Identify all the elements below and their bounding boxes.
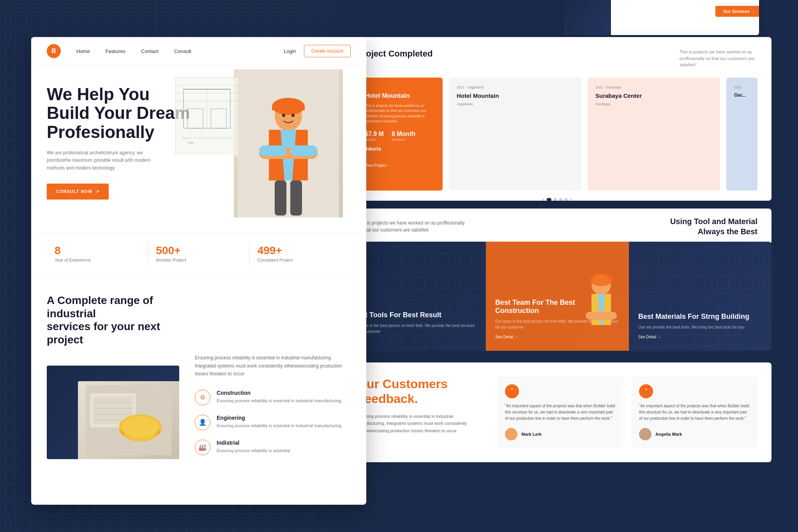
construction-icon: ⚙ [195, 390, 210, 405]
worker-svg [238, 69, 339, 217]
nav-consult[interactable]: Consult [174, 48, 191, 54]
blueprint-sketch: 7.00 [175, 77, 238, 155]
feedback-author-1: Mark Lerk [505, 428, 616, 440]
top-right-snippet: Our Services → [564, 0, 759, 35]
author-name-1: Mark Lerk [521, 432, 542, 437]
stat-completed-number: 499+ [258, 245, 343, 256]
feedback-section: Our Customers Feedback. Ensuring process… [343, 362, 772, 462]
service-industrial: 🏭 Indistrial Ensuring process reliabilit… [195, 440, 351, 455]
services-image-area [47, 354, 179, 464]
industrial-info: Indistrial Ensuring process reliability … [217, 440, 290, 454]
worker-in-card [574, 265, 629, 351]
feedback-card-1: " "An important aspect of the projects w… [497, 376, 623, 448]
hero-description: We are professional archeticterure agenc… [47, 149, 164, 172]
svg-rect-10 [275, 180, 286, 216]
feedback-left: Our Customers Feedback. Ensuring process… [357, 376, 482, 448]
snippet-image [564, 0, 611, 35]
nav-features[interactable]: Features [106, 48, 125, 54]
nav-links: Home Features Contact Consult [76, 48, 284, 54]
our-services-button[interactable]: Our Services → [715, 6, 759, 17]
engineering-title: Enginering [217, 415, 343, 421]
stat-experience-label: Year of Experience [55, 258, 140, 262]
stat-experience-number: 8 [55, 245, 140, 256]
engineering-info: Enginering Ensuring process reliability … [217, 415, 343, 429]
project-col-gray: 2021 - Jogjakarta Hotel Mountain Jogjaka… [449, 78, 581, 191]
logo[interactable]: B [47, 44, 61, 58]
project-budget: $7.9 M [365, 131, 384, 138]
dot-2[interactable] [554, 198, 557, 201]
cards-section: Best Tools For Best Result Our team is t… [343, 242, 772, 351]
stat-completed: 499+ Completed Project [250, 241, 351, 266]
project-header: Project Completed This is projects we ha… [357, 49, 757, 68]
services-title: A Complete range of industrial services … [47, 294, 187, 346]
services-description: Ensuring process reliability is essentia… [195, 354, 351, 378]
stat-projects: 500+ Architec Project [148, 241, 249, 266]
project-completed-title: Project Completed [357, 49, 433, 59]
card-3-title: Best Materials For Strng Building [638, 313, 762, 321]
hero-section: We Help You Build Your Dream Profesional… [31, 65, 366, 229]
right-panels: Our Services → Project Completed This is… [320, 0, 798, 532]
services-right: Ensuring process reliability is essentia… [195, 354, 351, 464]
card-3-link[interactable]: See Detail → [638, 335, 762, 339]
project-stats-1: $7.9 M Budget 8 Month Duration [365, 131, 435, 141]
project-name-1: Hotel Mountain [365, 92, 435, 99]
svg-rect-42 [586, 312, 617, 320]
project-desc-1: This is projects we have worked on as pr… [365, 103, 435, 124]
feedback-text-1: "An important aspect of the projects was… [505, 403, 616, 422]
consult-button[interactable]: CONSULT NOW ↗ [47, 184, 109, 200]
feedback-card-2: " "An important aspect of the projects w… [631, 376, 757, 448]
stat-completed-label: Completed Project [258, 258, 343, 262]
svg-point-12 [282, 114, 285, 117]
author-name-2: Angelia Mark [655, 432, 682, 437]
feedback-description: Ensuring process reliability is essentia… [357, 413, 482, 435]
svg-rect-3 [272, 106, 305, 110]
feedback-author-2: Angelia Mark [639, 428, 750, 440]
feedback-text-2: "An important aspect of the projects was… [639, 403, 750, 422]
card-1-desc: Our team is the best person on their fie… [352, 323, 476, 334]
nav-home[interactable]: Home [76, 48, 90, 54]
construction-title: Construction [217, 390, 343, 396]
quote-icon-1: " [505, 384, 519, 398]
svg-point-13 [291, 114, 295, 117]
construction-info: Construction Ensuring process reliabilit… [217, 390, 343, 404]
feedback-title: Our Customers Feedback. [357, 376, 482, 407]
dot-4[interactable] [565, 198, 568, 201]
project-col-pink: 2021 - Surabaya Surabaya Center Surabaya [588, 78, 720, 191]
view-project-link[interactable]: View Project → [365, 163, 435, 168]
svg-rect-9 [290, 145, 318, 156]
svg-point-36 [122, 416, 159, 438]
navbar: B Home Features Contact Consult Login Cr… [31, 37, 366, 65]
hero-title: We Help You Build Your Dream Profesional… [47, 85, 195, 141]
construction-desc: Ensuring process reliability is essentia… [217, 398, 343, 404]
svg-rect-11 [290, 180, 302, 216]
services-image-block [47, 366, 179, 459]
project-location: Jakarta [365, 146, 435, 152]
project-grid: Hotel Mountain This is projects we have … [357, 78, 757, 191]
feedback-cards: " "An important aspect of the projects w… [497, 376, 757, 448]
engineering-icon: 👤 [195, 415, 210, 430]
hardhat-image [78, 381, 179, 459]
engineering-desc: Ensuring process reliability is essentia… [217, 422, 343, 429]
stat-projects-label: Architec Project [156, 258, 241, 262]
card-3-desc: Use we provide the best tools. We bring … [638, 324, 762, 330]
create-account-button[interactable]: Create Account [304, 45, 351, 57]
worker-image [234, 69, 343, 217]
project-completed-subtitle: This is projects we have worked on as pr… [680, 49, 757, 68]
card-best-materials: Best Materials For Strng Building Use we… [629, 242, 772, 351]
hero-content: We Help You Build Your Dream Profesional… [47, 85, 195, 200]
svg-rect-8 [259, 145, 286, 156]
stat-experience: 8 Year of Experience [47, 241, 148, 266]
dot-1[interactable] [547, 198, 551, 201]
login-link[interactable]: Login [284, 48, 296, 54]
tools-desc: This is projects we have worked on as pr… [357, 219, 466, 233]
next-arrow[interactable]: › [570, 197, 572, 201]
nav-contact[interactable]: Contact [141, 48, 159, 54]
service-construction: ⚙ Construction Ensuring process reliabil… [195, 390, 351, 405]
stat-projects-number: 500+ [156, 245, 241, 256]
prev-arrow[interactable]: ‹ [543, 197, 544, 201]
stats-bar: 8 Year of Experience 500+ Architec Proje… [31, 233, 366, 274]
dot-3[interactable] [559, 198, 562, 201]
avatar-2 [639, 428, 651, 440]
tools-section: This is projects we have worked on as pr… [343, 209, 772, 244]
website-card: B Home Features Contact Consult Login Cr… [31, 37, 366, 505]
